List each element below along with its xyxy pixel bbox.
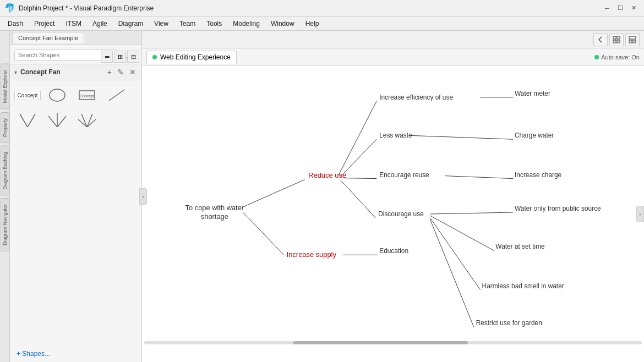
meter-text: Water meter (515, 90, 550, 97)
line-reduce-reuse (342, 178, 376, 179)
svg-rect-18 (629, 40, 632, 43)
scroll-thumb[interactable] (293, 341, 467, 344)
shape-line[interactable] (103, 85, 130, 106)
app-icon: 🐬 (4, 3, 15, 13)
line-reduce-efficiency (339, 101, 376, 175)
minimize-button[interactable]: ─ (601, 2, 613, 14)
reduce-use-text: Reduce use (308, 171, 346, 179)
reuse-text: Encourage reuse (379, 171, 429, 179)
svg-line-4 (20, 114, 28, 127)
shape-fan-2[interactable] (44, 109, 70, 130)
inc-charge-text: Increase charge (515, 171, 562, 179)
add-shape-button[interactable]: + (106, 68, 113, 76)
toolbar-grid-icon[interactable] (609, 33, 624, 46)
canvas-tab-bar: Web Editing Experience Auto save: On (142, 48, 644, 66)
autosave-indicator: Auto save: On (594, 54, 640, 61)
line-root-supply (243, 212, 283, 255)
line-reduce-discourage (341, 180, 375, 218)
panel-icon-1[interactable]: ⬅ (101, 51, 113, 63)
horizontal-scrollbar[interactable] (142, 340, 644, 345)
svg-rect-14 (617, 36, 620, 39)
menu-view[interactable]: View (149, 18, 174, 30)
canvas-collapse-handle[interactable]: › (636, 206, 644, 222)
left-panel: Concept Fan Example ⬅ ⊞ ⊟ 🔍 ⋮ ▾ Concept … (10, 31, 142, 362)
maximize-button[interactable]: ☐ (614, 2, 626, 14)
menu-diagram[interactable]: Diagram (113, 18, 149, 30)
shape-concept-label[interactable]: Concept (14, 85, 41, 106)
shape-rectangle[interactable]: Concept (74, 85, 100, 106)
diagram-canvas[interactable]: To cope with water shortage Reduce use I… (142, 66, 644, 362)
sidebar-tab-diagram-navigator[interactable]: Diagram Navigator (1, 198, 9, 251)
toolbar-back-icon[interactable] (593, 33, 608, 46)
edit-shape-button[interactable]: ✎ (116, 68, 125, 76)
panel-icon-2[interactable]: ⊞ (114, 51, 126, 63)
svg-line-5 (28, 114, 35, 127)
svg-rect-15 (613, 40, 616, 43)
menu-project[interactable]: Project (29, 18, 60, 30)
main-layout: Model Explorer Property Diagram Backlog … (0, 31, 644, 362)
svg-line-8 (57, 116, 66, 127)
svg-text:Concept: Concept (80, 94, 94, 98)
concept-fan-example-tab[interactable]: Concept Fan Example (12, 32, 84, 43)
close-button[interactable]: ✕ (627, 2, 640, 14)
root-node-text: To cope with water (185, 204, 244, 212)
root-node-text2: shortage (201, 212, 228, 221)
menu-dash[interactable]: Dash (2, 18, 29, 30)
discourage-text: Discourage use (378, 210, 424, 218)
garden-text: Restrict use for garden (476, 319, 542, 327)
svg-line-6 (48, 116, 57, 127)
shapes-button[interactable]: + Shapes... (10, 345, 141, 362)
panel-top-icons: ⬅ ⊞ ⊟ (101, 51, 139, 63)
canvas-tab-label: Web Editing Experience (160, 53, 231, 61)
efficiency-text: Increase efficiency of use (379, 94, 453, 101)
line-reduce-waste (341, 139, 376, 176)
menu-help[interactable]: Help (300, 18, 325, 30)
menu-modeling[interactable]: Modeling (227, 18, 265, 30)
panel-tab-bar: Concept Fan Example (10, 31, 141, 45)
line-root-reduce (243, 180, 304, 207)
canvas-container: Web Editing Experience Auto save: On To … (142, 31, 644, 362)
sidebar-tab-property[interactable]: Property (1, 112, 9, 143)
svg-rect-16 (617, 40, 620, 43)
sidebar-tab-model-explorer[interactable]: Model Explorer (1, 64, 9, 109)
waste-text: Less waste (379, 131, 412, 139)
menu-window[interactable]: Window (265, 18, 300, 30)
menu-itsm[interactable]: ITSM (60, 18, 87, 30)
charge-water-text: Charge water (515, 131, 554, 139)
line-disc-public (430, 212, 513, 214)
window-controls: ─ ☐ ✕ (601, 2, 640, 14)
svg-rect-13 (613, 36, 616, 39)
close-shape-button[interactable]: ✕ (128, 68, 137, 76)
canvas-tab[interactable]: Web Editing Experience (146, 51, 237, 64)
scroll-track (144, 341, 642, 344)
line-disc-set-time (430, 216, 494, 250)
top-toolbar (142, 31, 644, 48)
menu-bar: Dash Project ITSM Agile Diagram View Tea… (0, 17, 644, 31)
public-text: Water only from public source (515, 205, 601, 212)
shape-circle[interactable] (44, 85, 70, 106)
menu-team[interactable]: Team (174, 18, 201, 30)
title-bar-title: Dolphin Project * - Visual Paradigm Ente… (19, 4, 154, 12)
concept-fan-header: ▾ Concept Fan + ✎ ✕ (10, 64, 141, 80)
line-waste-charge (410, 135, 513, 139)
sidebar-tab-diagram-backlog[interactable]: Diagram Backlog (1, 146, 9, 196)
left-sidebar-tabs: Model Explorer Property Diagram Backlog … (0, 31, 10, 362)
autosave-dot (594, 55, 599, 59)
tab-status-dot (152, 55, 157, 59)
expand-arrow[interactable]: ▾ (14, 69, 17, 75)
set-time-text: Water at set time (495, 243, 545, 250)
panel-icon-3[interactable]: ⊟ (127, 51, 139, 63)
menu-tools[interactable]: Tools (201, 18, 227, 30)
toolbar-layout-icon[interactable] (625, 33, 640, 46)
panel-resize-handle[interactable]: › (139, 188, 147, 205)
svg-rect-17 (629, 36, 636, 39)
increase-supply-text: Increase supply (287, 250, 337, 259)
menu-agile[interactable]: Agile (87, 18, 113, 30)
svg-line-3 (109, 90, 124, 101)
shape-fan-3[interactable] (74, 109, 100, 130)
smell-text: Harmless bad smell in water (482, 282, 564, 290)
shape-fan-1[interactable] (14, 109, 41, 130)
line-disc-garden (430, 220, 473, 327)
svg-point-0 (50, 89, 65, 101)
education-text: Education (379, 247, 408, 255)
